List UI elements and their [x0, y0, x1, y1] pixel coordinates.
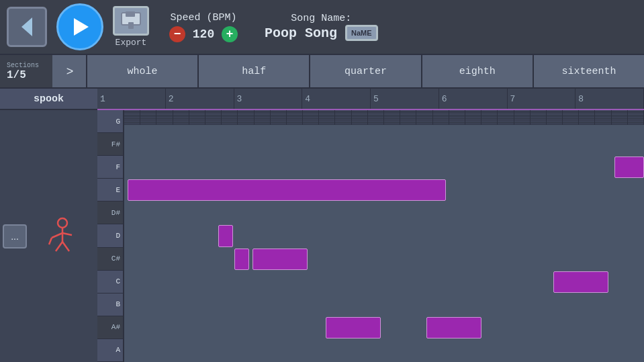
- grid-cell-D-3[interactable]: [173, 117, 189, 118]
- grid-cell-D#-25[interactable]: [531, 116, 547, 116]
- grid-cell-G-27[interactable]: [563, 110, 579, 111]
- grid-cell-G-1[interactable]: [140, 110, 156, 111]
- grid-cell-B-8[interactable]: [255, 121, 271, 122]
- grid-cell-A-19[interactable]: [433, 124, 449, 124]
- key-G[interactable]: G: [97, 110, 123, 133]
- grid-cell-D-24[interactable]: [514, 117, 531, 118]
- grid-cell-D#-19[interactable]: [433, 116, 449, 116]
- grid-cell-F-2[interactable]: [156, 113, 173, 114]
- note-block-2[interactable]: [234, 248, 248, 270]
- grid-cell-C-14[interactable]: [352, 120, 368, 120]
- grid-cell-A#-12[interactable]: [319, 122, 335, 123]
- key-Dsharp[interactable]: D#: [97, 201, 123, 224]
- grid-cell-C-13[interactable]: [335, 120, 351, 120]
- grid-cell-G-11[interactable]: [303, 110, 319, 111]
- grid-cell-A#-11[interactable]: [303, 122, 319, 123]
- grid-cell-D-9[interactable]: [271, 117, 287, 118]
- grid-cell-C-0[interactable]: [124, 120, 140, 120]
- grid-cell-A-27[interactable]: [563, 124, 579, 124]
- grid-cell-A-8[interactable]: [255, 124, 271, 124]
- grid-cell-F#-22[interactable]: [481, 111, 498, 112]
- grid-cell-A#-22[interactable]: [481, 122, 498, 123]
- grid-cell-G-8[interactable]: [255, 110, 271, 111]
- grid-cell-A#-7[interactable]: [238, 122, 254, 123]
- grid-cell-C#-1[interactable]: [140, 118, 156, 119]
- grid-cell-E-19[interactable]: [433, 114, 449, 115]
- grid-cell-F-30[interactable]: [612, 113, 628, 114]
- grid-cell-C-8[interactable]: [255, 120, 271, 120]
- grid-cell-A#-6[interactable]: [222, 122, 238, 123]
- grid-cell-G-31[interactable]: [628, 110, 644, 111]
- grid-cell-A-18[interactable]: [416, 124, 432, 124]
- grid-cell-E-14[interactable]: [352, 114, 368, 115]
- grid-cell-C#-11[interactable]: [303, 118, 319, 119]
- grid-cell-C-29[interactable]: [595, 120, 611, 120]
- grid-cell-D#-9[interactable]: [271, 116, 287, 116]
- note-block-0[interactable]: [128, 179, 446, 201]
- grid-cell-E-24[interactable]: [514, 114, 531, 115]
- grid-cell-G-3[interactable]: [173, 110, 189, 111]
- grid-cell-F-27[interactable]: [563, 113, 579, 114]
- grid-cell-A#-28[interactable]: [579, 122, 595, 123]
- grid-cell-A#-3[interactable]: [173, 122, 189, 123]
- grid-cell-G-26[interactable]: [547, 110, 563, 111]
- grid-cell-D-6[interactable]: [222, 117, 238, 118]
- grid-cell-C-16[interactable]: [384, 120, 400, 120]
- note-block-1[interactable]: [218, 225, 232, 246]
- grid-cell-C-19[interactable]: [433, 120, 449, 120]
- grid-cell-E-15[interactable]: [368, 114, 384, 115]
- grid-cell-D-20[interactable]: [449, 117, 465, 118]
- grid-cell-C-3[interactable]: [173, 120, 189, 120]
- grid-cell-D#-23[interactable]: [498, 116, 514, 116]
- grid-cell-D-14[interactable]: [352, 117, 368, 118]
- grid-cell-A-11[interactable]: [303, 124, 319, 124]
- grid-cell-D#-16[interactable]: [384, 116, 400, 116]
- grid-cell-D#-17[interactable]: [400, 116, 416, 116]
- speed-increase-button[interactable]: +: [222, 26, 238, 42]
- grid-cell-F-9[interactable]: [271, 113, 287, 114]
- grid-cell-F#-3[interactable]: [173, 111, 189, 112]
- grid-cell-C#-6[interactable]: [222, 118, 238, 119]
- grid-cell-A-10[interactable]: [287, 124, 303, 124]
- grid-cell-F-24[interactable]: [514, 113, 531, 114]
- grid-cell-A#-20[interactable]: [449, 122, 465, 123]
- grid-cell-D#-22[interactable]: [481, 116, 498, 116]
- grid-cell-A-7[interactable]: [238, 124, 254, 124]
- grid-cell-D-0[interactable]: [124, 117, 140, 118]
- grid-cell-C#-9[interactable]: [271, 118, 287, 119]
- grid-cell-F#-11[interactable]: [303, 111, 319, 112]
- grid-cell-C#-8[interactable]: [255, 118, 271, 119]
- grid-cell-D#-21[interactable]: [465, 116, 481, 116]
- grid-cell-C#-26[interactable]: [547, 118, 563, 119]
- grid-cell-C-7[interactable]: [238, 120, 254, 120]
- grid-cell-E-7[interactable]: [238, 114, 254, 115]
- grid-cell-E-26[interactable]: [547, 114, 563, 115]
- grid-cell-D#-11[interactable]: [303, 116, 319, 116]
- grid-cell-B-26[interactable]: [547, 121, 563, 122]
- grid-cell-C-12[interactable]: [319, 120, 335, 120]
- note-type-half[interactable]: half: [199, 55, 310, 87]
- grid-cell-D-5[interactable]: [205, 117, 222, 118]
- grid-cell-E-2[interactable]: [156, 114, 173, 115]
- grid-cell-D-19[interactable]: [433, 117, 449, 118]
- grid-cell-F-31[interactable]: [628, 113, 644, 114]
- note-block-3[interactable]: [252, 248, 308, 270]
- grid-cell-C#-19[interactable]: [433, 118, 449, 119]
- grid-cell-D-2[interactable]: [156, 117, 173, 118]
- grid-cell-B-22[interactable]: [481, 121, 498, 122]
- grid-cell-F-21[interactable]: [465, 113, 481, 114]
- grid-cell-A#-24[interactable]: [514, 122, 531, 123]
- grid-cell-G-14[interactable]: [352, 110, 368, 111]
- grid-cell-D-11[interactable]: [303, 117, 319, 118]
- grid-cell-F#-6[interactable]: [222, 111, 238, 112]
- grid-cell-B-14[interactable]: [352, 121, 368, 122]
- note-block-5[interactable]: [426, 317, 481, 338]
- grid-cell-A-14[interactable]: [352, 124, 368, 124]
- grid-cell-E-8[interactable]: [255, 114, 271, 115]
- key-C[interactable]: C: [97, 271, 123, 293]
- grid-cell-C-27[interactable]: [563, 120, 579, 120]
- grid-cell-B-3[interactable]: [173, 121, 189, 122]
- grid-cell-C-25[interactable]: [531, 120, 547, 120]
- grid-cell-D-22[interactable]: [481, 117, 498, 118]
- grid-cell-D#-20[interactable]: [449, 116, 465, 116]
